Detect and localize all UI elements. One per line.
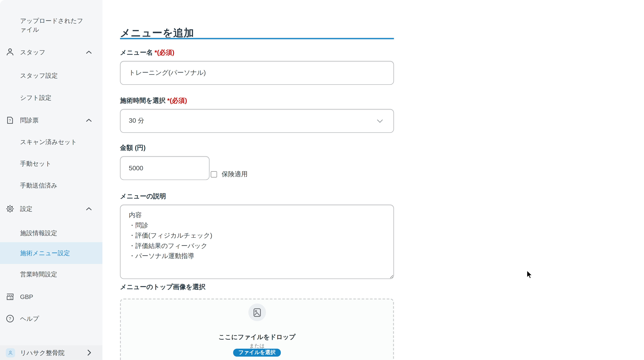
- chevron-up-icon: [86, 50, 92, 54]
- price-input[interactable]: [120, 156, 210, 180]
- sidebar: アップロードされたファイル スタッフ スタッフ設定 シフト設定 ? 問診票: [0, 0, 102, 360]
- app-screen: アップロードされたファイル スタッフ スタッフ設定 シフト設定 ? 問診票: [0, 0, 644, 360]
- svg-text:?: ?: [9, 118, 11, 123]
- svg-text:G: G: [10, 297, 12, 300]
- questionnaire-file-icon: ?: [6, 116, 14, 125]
- clinic-avatar-icon: [6, 348, 15, 358]
- image-icon: [253, 308, 261, 317]
- sidebar-item-business-hours-settings[interactable]: 営業時間設定: [0, 264, 102, 285]
- required-badge: *(必須): [167, 97, 187, 104]
- sidebar-item-settings[interactable]: 設定: [0, 198, 102, 220]
- duration-label: 施術時間を選択*(必須): [120, 96, 187, 105]
- sidebar-item-label: シフト設定: [20, 93, 88, 102]
- duration-select[interactable]: 30 分: [120, 109, 394, 133]
- image-label: メニューのトップ画像を選択: [120, 283, 206, 292]
- sidebar-item-label: アップロードされたファイル: [20, 17, 88, 34]
- required-badge: *(必須): [154, 49, 174, 56]
- chevron-up-icon: [86, 119, 92, 122]
- sidebar-item-treatment-menu-settings[interactable]: 施術メニュー設定: [0, 242, 102, 264]
- sidebar-item-manual-set[interactable]: 手動セット: [0, 153, 102, 175]
- sidebar-item-staff[interactable]: スタッフ: [0, 41, 102, 63]
- clinic-switcher[interactable]: リハサク整骨院: [0, 345, 102, 360]
- sidebar-item-label: 施術メニュー設定: [20, 249, 88, 257]
- clinic-name: リハサク整骨院: [20, 349, 64, 357]
- sidebar-item-facility-info-settings[interactable]: 施設情報設定: [0, 222, 102, 244]
- sidebar-item-staff-settings[interactable]: スタッフ設定: [0, 65, 102, 86]
- sidebar-item-label: スキャン済みセット: [20, 138, 88, 146]
- sidebar-item-gbp[interactable]: G GBP: [0, 286, 102, 308]
- menu-name-label: メニュー名*(必須): [120, 48, 174, 57]
- insurance-checkbox[interactable]: [211, 171, 217, 177]
- chevron-down-icon: [377, 119, 383, 123]
- image-placeholder-circle: [248, 304, 266, 321]
- chevron-right-icon: [88, 350, 91, 356]
- sidebar-item-label: 手動送信済み: [20, 181, 88, 190]
- sidebar-item-uploaded-files[interactable]: アップロードされたファイル: [0, 12, 102, 38]
- sidebar-item-label: 設定: [20, 204, 88, 213]
- duration-select-value: 30 分: [129, 116, 144, 125]
- menu-name-input[interactable]: [120, 61, 394, 85]
- main-content: メニューを追加 メニュー名*(必須) 施術時間を選択*(必須) 30 分 金額 …: [102, 0, 644, 360]
- sidebar-item-questionnaire[interactable]: ? 問診票: [0, 109, 102, 131]
- sidebar-item-label: 手動セット: [20, 159, 88, 168]
- sidebar-item-label: 営業時間設定: [20, 270, 88, 279]
- person-icon: [6, 48, 14, 56]
- sidebar-item-label: スタッフ設定: [20, 71, 88, 80]
- insurance-checkbox-label: 保険適用: [222, 170, 248, 179]
- sidebar-item-scanned-set[interactable]: スキャン済みセット: [0, 131, 102, 153]
- sidebar-item-label: 施設情報設定: [20, 229, 88, 237]
- chevron-up-icon: [86, 207, 92, 210]
- sidebar-item-label: GBP: [20, 293, 88, 301]
- sidebar-item-label: 問診票: [20, 116, 88, 125]
- image-dropzone[interactable]: ここにファイルをドロップ または ファイルを選択 PNG または JPG (最大…: [120, 299, 394, 360]
- storefront-icon: G: [6, 293, 14, 301]
- sidebar-item-label: スタッフ: [20, 48, 88, 56]
- description-label: メニューの説明: [120, 192, 166, 201]
- insurance-check-row: 保険適用: [211, 168, 248, 180]
- svg-text:?: ?: [9, 316, 11, 321]
- or-text: または: [121, 343, 393, 350]
- price-label: 金額 (円): [120, 144, 146, 152]
- help-icon: ?: [6, 314, 14, 323]
- choose-file-button[interactable]: ファイルを選択: [233, 349, 281, 357]
- page-title: メニューを追加: [120, 26, 194, 40]
- sidebar-item-help[interactable]: ? ヘルプ: [0, 308, 102, 330]
- sidebar-item-manual-sent[interactable]: 手動送信済み: [0, 175, 102, 196]
- app-viewport: アップロードされたファイル スタッフ スタッフ設定 シフト設定 ? 問診票: [0, 0, 644, 360]
- drop-here-text: ここにファイルをドロップ: [121, 333, 393, 341]
- sidebar-item-label: ヘルプ: [20, 314, 88, 323]
- title-divider: [120, 38, 394, 39]
- description-textarea[interactable]: 内容 ・問診 ・評価(フィジカルチェック) ・評価結果のフィーバック ・パーソナ…: [120, 205, 394, 279]
- sidebar-item-shift-settings[interactable]: シフト設定: [0, 87, 102, 109]
- gear-icon: [6, 205, 14, 213]
